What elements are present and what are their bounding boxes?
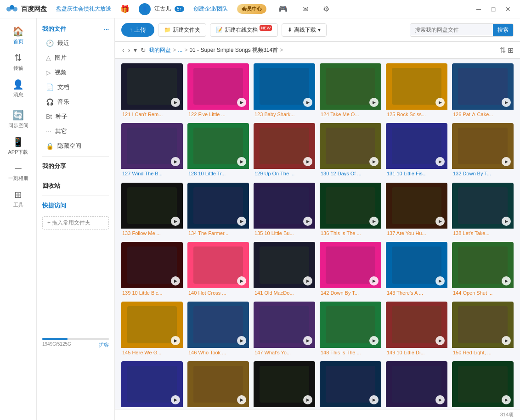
app-icon: 📱 [12, 136, 24, 147]
play-icon: ▶ [171, 395, 180, 404]
file-thumb-149: ▶ [386, 302, 447, 348]
toolbar: ↑ 上传 📁 新建文件夹 📝 新建在线文档 NEW ⬇ 离线下载 ▾ [115, 18, 520, 42]
file-item-149[interactable]: ▶ 149 10 Little Di... [386, 302, 447, 357]
file-item-150[interactable]: ▶ 150 Red Light, ... [452, 302, 514, 357]
file-item-124[interactable]: ▶ 124 Take Me O... [320, 63, 381, 118]
my-share-header[interactable]: 我的分享 [37, 159, 114, 173]
file-item-122[interactable]: ▶ 122 Five Little ... [187, 63, 249, 118]
file-item-155[interactable]: ▶ 155... [386, 361, 447, 409]
user-area: 👤 江古儿 5↑ [139, 3, 184, 15]
sidebar-item-album[interactable]: ─ 一刻相册 [0, 159, 36, 185]
file-item-143[interactable]: ▶ 143 There's A ... [386, 242, 447, 297]
file-item-126[interactable]: ▶ 126 Pat-A-Cake... [452, 63, 514, 118]
file-item-151[interactable]: ▶ 151... [121, 361, 183, 409]
sort-button[interactable]: ⇅ [500, 46, 506, 55]
file-item-140[interactable]: ▶ 140 Hot Cross ... [187, 242, 249, 297]
new-doc-button[interactable]: 📝 新建在线文档 NEW [210, 23, 278, 37]
search-button[interactable]: 搜索 [493, 24, 513, 36]
view-controls: ⇅ ⊞ [500, 46, 514, 55]
game-icon[interactable]: 🎮 [276, 4, 290, 14]
maximize-button[interactable]: □ [487, 3, 500, 16]
file-item-147[interactable]: ▶ 147 What's Yo... [254, 302, 315, 357]
file-item-139[interactable]: ▶ 139 10 Little Bic... [121, 242, 183, 297]
file-item-141[interactable]: ▶ 141 Old MacDo... [254, 242, 315, 297]
bread-root[interactable]: 我的网盘 [149, 46, 171, 54]
file-item-144[interactable]: ▶ 144 Open Shut ... [452, 242, 514, 297]
file-item-136[interactable]: ▶ 136 This Is The ... [320, 183, 381, 238]
file-item-152[interactable]: ▶ 152... [187, 361, 249, 409]
new-folder-label: 新建文件夹 [173, 26, 200, 34]
file-item-153[interactable]: ▶ 153... [254, 361, 315, 409]
settings-icon[interactable]: ⚙ [320, 4, 332, 14]
file-item-134[interactable]: ▶ 134 The Farmer... [187, 183, 249, 238]
file-item-123[interactable]: ▶ 123 Baby Shark... [254, 63, 315, 118]
nav-recent[interactable]: 🕐 最近 [37, 36, 114, 50]
nav-videos[interactable]: ▷ 视频 [37, 65, 114, 80]
sidebar-item-sync[interactable]: 🔄 同步空间 [0, 106, 36, 133]
new-folder-button[interactable]: 📁 新建文件夹 [158, 23, 206, 37]
file-label-126: 126 Pat-A-Cake... [452, 110, 514, 118]
sidebar-label-messages: 消息 [13, 91, 23, 98]
sidebar-item-transfer[interactable]: ⇅ 传输 [0, 49, 36, 75]
close-button[interactable]: ✕ [502, 3, 514, 16]
forward-button[interactable]: › [127, 45, 131, 55]
file-item-137[interactable]: ▶ 137 Are You Hu... [386, 183, 447, 238]
file-item-142[interactable]: ▶ 142 Down By T... [320, 242, 381, 297]
nav-docs[interactable]: 📄 文档 [37, 80, 114, 95]
sidebar-item-messages[interactable]: 👤 消息 [0, 75, 36, 102]
dropdown-button[interactable]: ▾ [133, 45, 138, 55]
recycle-header[interactable]: 回收站 [37, 179, 114, 193]
file-item-130[interactable]: ▶ 130 12 Days Of ... [320, 123, 381, 178]
grid-view-button[interactable]: ⊞ [508, 46, 514, 55]
app-window: 百度网盘 盘盘庆生会馈礼大放送 🎁 👤 江古儿 5↑ 创建企业/团队 会员中心 … [0, 0, 520, 420]
nav-seed[interactable]: Bt 种子 [37, 109, 114, 124]
nav-photos[interactable]: △ 图片 [37, 50, 114, 65]
file-thumb-122: ▶ [187, 63, 249, 110]
nav-music[interactable]: 🎧 音乐 [37, 95, 114, 109]
file-item-133[interactable]: ▶ 133 Follow Me ... [121, 183, 183, 238]
file-grid-container[interactable]: ▶ 121 I Can't Rem... ▶ 122 Five Little .… [115, 59, 520, 409]
sidebar-item-home[interactable]: 🏠 首页 [0, 22, 36, 49]
file-item-121[interactable]: ▶ 121 I Can't Rem... [121, 63, 183, 118]
file-item-145[interactable]: ▶ 145 Here We G... [121, 302, 183, 357]
refresh-button[interactable]: ↻ [140, 45, 147, 55]
gift-icon: 🎁 [120, 5, 130, 13]
file-label-130: 130 12 Days Of ... [320, 169, 381, 178]
nav-private[interactable]: 🔒 隐藏空间 [37, 139, 114, 153]
file-item-156[interactable]: ▶ 156... [452, 361, 514, 409]
file-label-142: 142 Down By T... [320, 288, 381, 297]
back-button[interactable]: ‹ [121, 45, 125, 55]
expand-link[interactable]: 扩容 [99, 342, 109, 348]
promo-text[interactable]: 盘盘庆生会馈礼大放送 [56, 5, 111, 13]
file-item-135[interactable]: ▶ 135 10 Little Bu... [254, 183, 315, 238]
sidebar-item-app[interactable]: 📱 APP下载 [0, 133, 36, 159]
file-thumb-144: ▶ [452, 242, 514, 288]
add-folder-button[interactable]: + 拖入常用文件夹 [42, 216, 109, 230]
file-thumb-153: ▶ [254, 361, 315, 408]
nav-other[interactable]: ··· 其它 [37, 124, 114, 139]
file-item-146[interactable]: ▶ 146 Who Took ... [187, 302, 249, 357]
file-item-132[interactable]: ▶ 132 Down By T... [452, 123, 514, 178]
upload-button[interactable]: ↑ 上传 [121, 23, 154, 37]
sidebar-item-tools[interactable]: ⊞ 工具 [0, 185, 36, 212]
file-item-125[interactable]: ▶ 125 Rock Sciss... [386, 63, 447, 118]
vip-button[interactable]: 会员中心 [237, 4, 266, 14]
file-item-129[interactable]: ▶ 129 Up On The ... [254, 123, 315, 178]
file-item-131[interactable]: ▶ 131 10 Little Fis... [386, 123, 447, 178]
file-item-138[interactable]: ▶ 138 Let's Take... [452, 183, 514, 238]
enterprise-link[interactable]: 创建企业/团队 [193, 5, 228, 13]
offline-download-button[interactable]: ⬇ 离线下载 ▾ [282, 23, 327, 37]
file-item-128[interactable]: ▶ 128 10 Little Tr... [187, 123, 249, 178]
minimize-button[interactable]: ─ [472, 3, 485, 16]
quick-access-section[interactable]: 快捷访问 [37, 199, 114, 213]
mail-icon[interactable]: ✉ [300, 4, 311, 14]
file-item-154[interactable]: ▶ 154... [320, 361, 381, 409]
file-item-127[interactable]: ▶ 127 Wind The B... [121, 123, 183, 178]
file-item-148[interactable]: ▶ 148 This Is The ... [320, 302, 381, 357]
nav-other-label: 其它 [55, 127, 67, 135]
bread-ellipsis[interactable]: ... [178, 47, 182, 53]
file-label-139: 139 10 Little Bic... [121, 288, 183, 297]
my-files-section[interactable]: 我的文件 ··· [37, 22, 114, 36]
main-layout: 🏠 首页 ⇅ 传输 👤 消息 🔄 同步空间 📱 APP下载 ─ [0, 18, 520, 420]
search-input[interactable] [410, 24, 493, 35]
